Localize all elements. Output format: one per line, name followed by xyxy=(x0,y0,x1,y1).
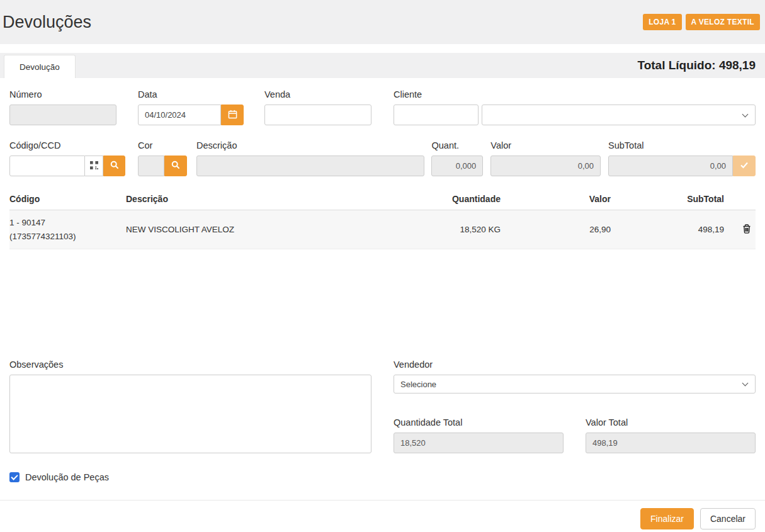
items-table-header: Código Descrição Quantidade Valor SubTot… xyxy=(9,189,756,210)
vendedor-label: Vendedor xyxy=(394,359,756,370)
cell-valor: 26,90 xyxy=(501,219,611,240)
observacoes-textarea[interactable] xyxy=(9,375,371,453)
items-empty-space xyxy=(9,249,756,359)
subtotal-label: SubTotal xyxy=(608,140,756,150)
vendedor-select[interactable]: Selecione xyxy=(394,375,756,393)
valor-total-field: Valor Total xyxy=(586,417,756,453)
venda-field: Venda xyxy=(264,89,371,125)
tab-devolucao[interactable]: Devolução xyxy=(4,55,76,78)
totals-row: Quantidade Total Valor Total xyxy=(394,417,756,453)
observacoes-label: Observações xyxy=(9,359,371,370)
calendar-button[interactable] xyxy=(221,105,244,125)
devolucao-pecas-row: Devolução de Peças xyxy=(0,472,765,482)
trash-icon xyxy=(742,224,752,236)
cor-search-button[interactable] xyxy=(164,156,187,176)
col-header-subtotal: SubTotal xyxy=(611,189,724,210)
codigo-value: 1 - 90147 xyxy=(9,216,126,230)
cliente-select[interactable] xyxy=(482,105,756,125)
valor-total-input xyxy=(586,433,756,453)
company-badge[interactable]: A VELOZ TEXTIL xyxy=(686,14,760,30)
codigo-search-button[interactable] xyxy=(103,156,125,176)
col-header-descricao: Descrição xyxy=(126,189,387,210)
codigo-ccd-label: Código/CCD xyxy=(9,140,125,150)
tab-bar: Devolução Total Líquido: 498,19 xyxy=(0,53,765,78)
col-header-codigo: Código xyxy=(9,189,126,210)
quantidade-total-field: Quantidade Total xyxy=(394,417,564,453)
barcode-lookup-button[interactable] xyxy=(85,156,103,176)
valor-input xyxy=(490,156,601,176)
cell-quantidade: 18,520 KG xyxy=(387,219,501,240)
cliente-select-wrap xyxy=(482,105,756,125)
card-footer: Finalizar Cancelar xyxy=(0,500,765,532)
form-row-1: Número Data xyxy=(0,89,765,125)
numero-label: Número xyxy=(9,89,116,99)
data-input[interactable] xyxy=(138,105,221,125)
cor-input xyxy=(138,156,164,176)
quantidade-total-input xyxy=(394,433,564,453)
col-header-quantidade: Quantidade xyxy=(387,189,501,210)
form-row-2: Código/CCD xyxy=(0,140,765,176)
numero-input xyxy=(9,105,116,125)
page-title: Devoluções xyxy=(3,13,91,32)
cell-descricao: NEW VISCOLIGHT AVELOZ xyxy=(126,219,387,240)
cancelar-button[interactable]: Cancelar xyxy=(700,508,756,529)
valor-label: Valor xyxy=(490,140,601,150)
col-header-actions xyxy=(724,194,756,205)
codigo-barcode: (1735774321103) xyxy=(9,230,126,244)
total-liquido: Total Líquido: 498,19 xyxy=(637,59,756,78)
data-label: Data xyxy=(138,89,244,99)
descricao-input xyxy=(196,156,424,176)
calendar-icon xyxy=(228,110,237,121)
delete-row-button[interactable] xyxy=(724,224,756,236)
valor-total-label: Valor Total xyxy=(586,417,756,427)
codigo-ccd-field: Código/CCD xyxy=(9,140,125,176)
codigo-ccd-input[interactable] xyxy=(9,156,85,176)
cor-label: Cor xyxy=(138,140,187,150)
cell-codigo: 1 - 90147 (1735774321103) xyxy=(9,210,126,249)
cliente-field: Cliente xyxy=(394,89,756,125)
quant-input xyxy=(431,156,483,176)
finalizar-button[interactable]: Finalizar xyxy=(640,508,694,529)
observacoes-field: Observações xyxy=(9,359,371,453)
header-gap xyxy=(0,44,765,53)
quant-field: Quant. xyxy=(431,140,483,176)
cell-subtotal: 498,19 xyxy=(611,219,724,240)
numero-field: Número xyxy=(9,89,116,125)
check-icon xyxy=(740,161,749,171)
subtotal-field: SubTotal xyxy=(608,140,756,176)
descricao-label: Descrição xyxy=(196,140,424,150)
venda-label: Venda xyxy=(264,89,371,99)
bottom-section: Observações Vendedor Selecione Quantidad… xyxy=(0,359,765,453)
devolucao-card: Número Data xyxy=(0,78,765,532)
cliente-code-input[interactable] xyxy=(394,105,479,125)
valor-field: Valor xyxy=(490,140,601,176)
devolucao-pecas-label: Devolução de Peças xyxy=(25,472,109,482)
cliente-label: Cliente xyxy=(394,89,756,99)
vendedor-select-wrap: Selecione xyxy=(394,375,756,402)
page-header: Devoluções LOJA 1 A VELOZ TEXTIL xyxy=(0,0,765,44)
barcode-icon xyxy=(90,161,98,171)
header-badges: LOJA 1 A VELOZ TEXTIL xyxy=(643,14,760,30)
data-field: Data xyxy=(138,89,244,125)
table-row: 1 - 90147 (1735774321103) NEW VISCOLIGHT… xyxy=(9,210,756,249)
quantidade-total-label: Quantidade Total xyxy=(394,417,564,427)
search-icon xyxy=(110,161,119,171)
quant-label: Quant. xyxy=(431,140,483,150)
store-badge[interactable]: LOJA 1 xyxy=(643,14,681,30)
descricao-field: Descrição xyxy=(196,140,424,176)
confirm-item-button[interactable] xyxy=(733,156,756,176)
col-header-valor: Valor xyxy=(501,189,611,210)
search-icon xyxy=(171,161,180,171)
devolucao-pecas-checkbox[interactable] xyxy=(9,472,20,482)
items-table: Código Descrição Quantidade Valor SubTot… xyxy=(0,189,765,359)
cor-field: Cor xyxy=(138,140,187,176)
subtotal-input xyxy=(608,156,733,176)
vendedor-totals-column: Vendedor Selecione Quantidade Total Valo… xyxy=(394,359,756,453)
venda-input[interactable] xyxy=(264,105,371,125)
